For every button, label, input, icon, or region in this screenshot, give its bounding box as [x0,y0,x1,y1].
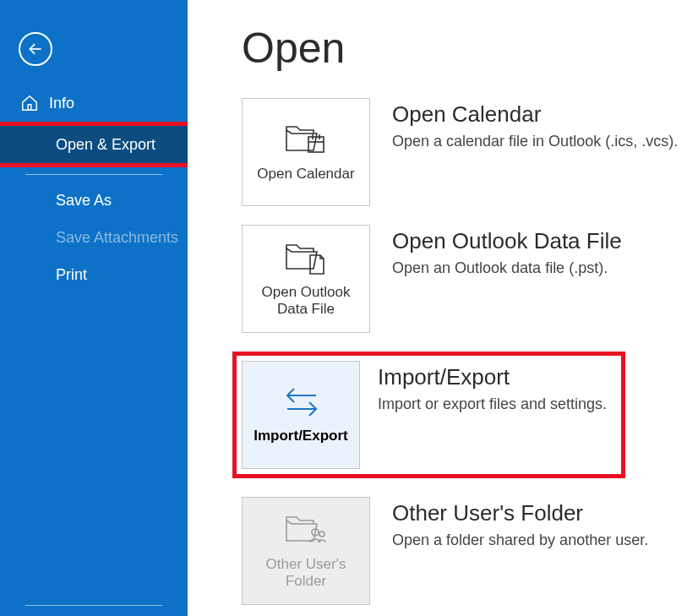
option-description: Open a folder shared by another user. [392,532,648,549]
svg-point-9 [319,532,324,537]
tile-open-calendar[interactable]: Open Calendar [242,98,370,206]
back-button[interactable] [19,32,52,66]
sidebar-item-save-as[interactable]: Save As [0,182,188,219]
folder-file-icon [285,240,327,275]
folder-user-icon [285,512,327,548]
sidebar-divider [25,174,162,175]
page-title: Open [242,24,698,73]
option-heading: Import/Export [378,364,607,390]
tile-label: Import/Export [254,428,347,444]
back-arrow-icon [27,41,44,57]
sidebar-item-print[interactable]: Print [0,256,188,293]
sidebar-item-label: Info [49,95,74,112]
option-desc-open-calendar: Open Calendar Open a calendar file in Ou… [392,98,678,150]
main-panel: Open Open Calendar Open Calendar Open a … [188,0,698,616]
option-description: Open an Outlook data file (.pst). [392,259,622,277]
tile-label: Open Outlook Data File [249,284,363,319]
option-description: Import or export files and settings. [378,395,607,413]
highlight-import-export: Import/Export Import/Export Import or ex… [232,352,625,478]
import-export-icon [281,385,321,419]
option-row-open-data-file: Open Outlook Data File Open Outlook Data… [242,225,698,333]
option-heading: Open Outlook Data File [392,228,622,254]
sidebar-item-label: Save As [56,192,112,210]
option-heading: Other User's Folder [392,500,648,526]
tile-open-data-file[interactable]: Open Outlook Data File [242,225,370,333]
tile-import-export[interactable]: Import/Export [242,361,360,469]
sidebar-item-label: Open & Export [56,136,155,154]
option-row-import-export: Import/Export Import/Export Import or ex… [242,361,616,469]
sidebar-item-label: Print [56,266,87,284]
option-description: Open a calendar file in Outlook (.ics, .… [392,133,678,150]
option-desc-open-data-file: Open Outlook Data File Open an Outlook d… [392,225,622,277]
option-desc-other-users-folder: Other User's Folder Open a folder shared… [392,497,648,549]
tile-label: Open Calendar [257,166,354,183]
option-heading: Open Calendar [392,101,678,128]
tile-label: Other User's Folder [249,556,363,591]
option-row-open-calendar: Open Calendar Open Calendar Open a calen… [242,98,698,206]
option-row-other-users-folder: Other User's Folder Other User's Folder … [242,497,698,605]
sidebar: Info Open & Export Save As Save Attachme… [0,0,188,616]
sidebar-item-save-attachments: Save Attachments [0,219,188,256]
highlight-open-export: Open & Export [0,122,192,167]
folder-calendar-icon [285,122,327,157]
sidebar-item-info[interactable]: Info [0,84,188,122]
svg-rect-1 [28,105,31,110]
sidebar-item-label: Save Attachments [56,229,178,247]
home-icon [20,94,39,112]
tile-other-users-folder: Other User's Folder [242,497,370,605]
sidebar-bottom-divider [25,605,162,606]
sidebar-item-open-export[interactable]: Open & Export [0,126,188,163]
option-desc-import-export: Import/Export Import or export files and… [378,361,607,413]
